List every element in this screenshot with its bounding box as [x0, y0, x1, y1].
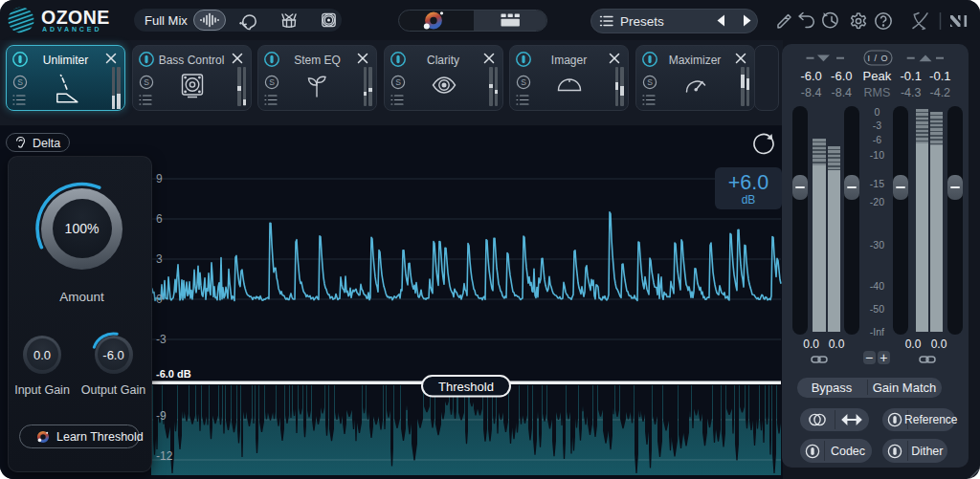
svg-text:0: 0	[156, 293, 163, 306]
svg-text:9: 9	[156, 172, 163, 185]
svg-text:3: 3	[156, 252, 163, 266]
svg-text:S: S	[521, 77, 526, 87]
svg-text:-12: -12	[156, 449, 173, 463]
svg-text:S: S	[17, 77, 23, 87]
svg-text:S: S	[395, 77, 401, 87]
svg-text:Threshold: Threshold	[438, 380, 494, 394]
svg-text:S: S	[269, 77, 275, 87]
svg-text:S: S	[647, 77, 653, 87]
svg-text:dB: dB	[742, 193, 756, 207]
svg-text:-9: -9	[156, 409, 167, 423]
svg-text:-6.0 dB: -6.0 dB	[156, 368, 191, 380]
svg-text:+6.0: +6.0	[728, 171, 768, 194]
svg-text:I / O: I / O	[867, 54, 888, 63]
svg-text:6: 6	[156, 212, 163, 226]
svg-text:-3: -3	[156, 333, 167, 346]
svg-text:ADVANCED: ADVANCED	[42, 26, 101, 33]
svg-text:S: S	[144, 77, 149, 87]
